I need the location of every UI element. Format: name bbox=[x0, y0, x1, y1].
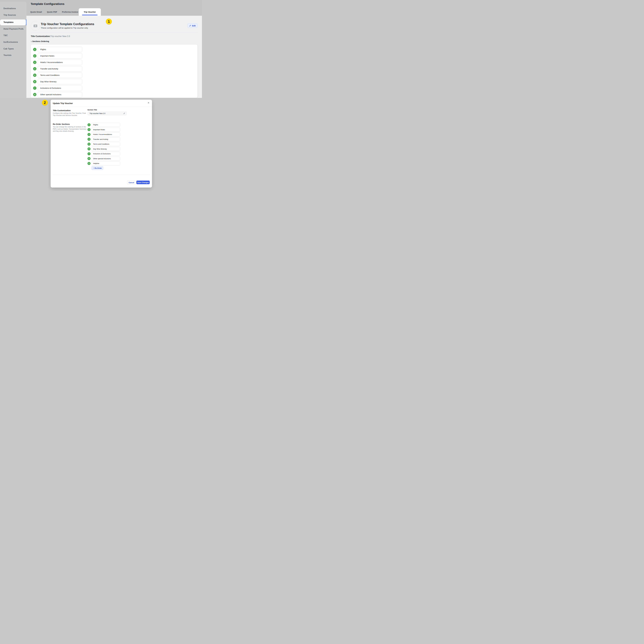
section-number-badge: 3 bbox=[88, 133, 90, 136]
tab-proforma-invoice[interactable]: Proforma Invoice bbox=[62, 11, 78, 13]
page-title: Template Configurations bbox=[31, 2, 64, 6]
sidebar-item-trip-sources[interactable]: Trip Sources bbox=[3, 14, 16, 16]
pencil-icon bbox=[189, 25, 191, 27]
up-down-arrows-icon: ↑↓ bbox=[31, 40, 32, 42]
sections-ordering-heading: ↑↓ Sections Ordering bbox=[31, 40, 49, 42]
section-number-badge: 6 bbox=[88, 147, 90, 150]
modal-title-customization-heading: Title Customization bbox=[53, 109, 71, 112]
section-number-badge: 1 bbox=[33, 48, 36, 51]
tab-quote-email[interactable]: Quote Email bbox=[30, 11, 42, 13]
sidebar-item-label: Templates bbox=[3, 21, 14, 23]
section-item[interactable]: Other special inclusions bbox=[38, 92, 82, 97]
active-tab-indicator bbox=[82, 15, 98, 15]
sections-ordering-card: 1Flights2Important Notes3Hotels / Accomm… bbox=[31, 44, 198, 98]
section-row-other-special-inclusions: 8Other special inclusions bbox=[31, 92, 197, 97]
modal-section-item-inclusions-exclusions[interactable]: Inclusions & Exclusions bbox=[91, 152, 120, 156]
sidebar-item-tourists[interactable]: Tourists bbox=[3, 54, 11, 56]
section-row-important-notes: 2Important Notes bbox=[31, 53, 197, 59]
ticket-icon bbox=[33, 24, 38, 28]
section-title-label: Section Title bbox=[87, 109, 97, 111]
section-number-badge: 2 bbox=[33, 54, 36, 57]
section-item[interactable]: Flights bbox=[38, 47, 82, 52]
modal-section-item-transfer-and-activity[interactable]: Transfer and Activity bbox=[91, 137, 120, 141]
modal-title: Update Trip Voucher bbox=[53, 102, 73, 105]
header-band: Template Configurations Quote Email Quot… bbox=[0, 0, 202, 16]
panel-heading: Trip Voucher Template Configurations bbox=[41, 22, 94, 26]
section-number-badge: 4 bbox=[33, 67, 36, 70]
panel-subheading: These configuration will be applied to T… bbox=[41, 27, 88, 29]
section-row-inclusions-exclusions: 7Inclusions & Exclusions bbox=[31, 85, 197, 91]
sidebar-item-cab-types[interactable]: Cab Types bbox=[3, 48, 14, 50]
tab-quote-pdf[interactable]: Quote PDF bbox=[47, 11, 57, 13]
section-row-hotels-accommodations: 3Hotels / Accommodations bbox=[31, 60, 197, 65]
tab-trip-voucher[interactable]: Trip Voucher bbox=[79, 8, 101, 16]
section-number-badge: 9 bbox=[88, 162, 90, 165]
up-down-arrows-icon: ↑↓ bbox=[93, 167, 94, 169]
section-title-value: Trip voucher New 2.0 bbox=[90, 112, 123, 114]
update-trip-voucher-modal: Update Trip Voucher ✕ Title Customizatio… bbox=[51, 100, 152, 188]
section-number-badge: 3 bbox=[33, 61, 36, 64]
section-row-transfer-and-activity: 4Transfer and Activity bbox=[31, 66, 197, 71]
reorder-button-label: Re-Order bbox=[95, 167, 102, 169]
pencil-icon bbox=[123, 113, 125, 114]
sidebar-item-inc-exclusions[interactable]: Inc/Exclusions bbox=[3, 41, 18, 43]
ticket-icon-circle bbox=[31, 21, 40, 31]
section-row-terms-and-conditions: 5Terms and Conditions bbox=[31, 73, 197, 78]
section-title-input[interactable]: Trip voucher New 2.0 bbox=[87, 111, 127, 115]
section-item[interactable]: Transfer and Activity bbox=[38, 66, 82, 71]
section-number-badge: 8 bbox=[33, 93, 36, 96]
reorder-button[interactable]: ↑↓ Re-Order bbox=[91, 166, 103, 170]
close-icon[interactable]: ✕ bbox=[148, 102, 149, 104]
modal-section-item-other-special-inclusions[interactable]: Other special inclusions bbox=[91, 157, 120, 161]
section-number-badge: 6 bbox=[33, 80, 36, 83]
trip-voucher-config-panel: Trip Voucher Template Configurations The… bbox=[26, 16, 202, 98]
modal-section-item-flights[interactable]: Flights bbox=[91, 123, 120, 127]
section-row-flights: 1Flights bbox=[31, 47, 197, 52]
annotation-badge-2: 2 bbox=[42, 100, 48, 106]
section-number-badge: 7 bbox=[88, 152, 90, 155]
modal-section-item-terms-and-conditions[interactable]: Terms and Conditions bbox=[91, 142, 120, 146]
tab-trip-voucher-label: Trip Voucher bbox=[79, 11, 101, 13]
title-customization-label: Title Customization: bbox=[31, 35, 50, 37]
section-number-badge: 8 bbox=[88, 157, 90, 160]
modal-title-customization-description: Configure title settings like Tour Vouch… bbox=[53, 112, 87, 116]
section-number-badge: 5 bbox=[33, 74, 36, 77]
sidebar-item-hotel-payment-prefs[interactable]: Hotel Payment Prefs bbox=[3, 28, 24, 30]
save-changes-button[interactable]: Save Changes bbox=[136, 181, 150, 184]
section-number-badge: 7 bbox=[33, 87, 36, 90]
section-item[interactable]: Hotels / Accommodations bbox=[38, 60, 82, 65]
title-customization-line: Title Customization:Trip voucher New 2.0 bbox=[31, 35, 70, 37]
title-customization-value: Trip voucher New 2.0 bbox=[50, 35, 70, 37]
edit-button[interactable]: Edit bbox=[187, 23, 197, 28]
modal-section-item-day-wise-itinerary[interactable]: Day Wise Itinerary bbox=[91, 147, 120, 151]
edit-button-label: Edit bbox=[192, 25, 196, 27]
section-number-badge: 1 bbox=[88, 123, 90, 126]
modal-section-item-important-notes[interactable]: Important Notes bbox=[91, 128, 120, 132]
sidebar-item-t-c[interactable]: T&C bbox=[3, 34, 8, 37]
sidebar-active-item-templates[interactable]: Templates bbox=[0, 19, 26, 25]
modal-section-item-helpline[interactable]: Helpline bbox=[91, 161, 120, 165]
sections-ordering-label: Sections Ordering bbox=[32, 40, 49, 42]
section-number-badge: 4 bbox=[88, 138, 90, 141]
section-number-badge: 5 bbox=[88, 143, 90, 146]
sidebar: DestinationsTrip SourcesTemplatesHotel P… bbox=[0, 2, 26, 98]
sidebar-item-destinations[interactable]: Destinations bbox=[3, 7, 16, 10]
section-item[interactable]: Important Notes bbox=[38, 53, 82, 59]
section-item[interactable]: Inclusions & Exclusions bbox=[38, 85, 82, 91]
modal-section-item-hotels-accommodations[interactable]: Hotels / Accommodations bbox=[91, 132, 120, 136]
section-number-badge: 2 bbox=[88, 128, 90, 131]
section-item[interactable]: Terms and Conditions bbox=[38, 73, 82, 78]
section-item[interactable]: Day Wise Itinerary bbox=[38, 79, 82, 84]
section-row-day-wise-itinerary: 6Day Wise Itinerary bbox=[31, 79, 197, 84]
reorder-sections-heading: Re-Order Sections bbox=[53, 123, 70, 125]
cancel-button[interactable]: Cancel bbox=[127, 181, 136, 184]
annotation-badge-1: 1 bbox=[106, 19, 112, 24]
reorder-sections-description: You can change the ordering of sections … bbox=[53, 126, 87, 132]
